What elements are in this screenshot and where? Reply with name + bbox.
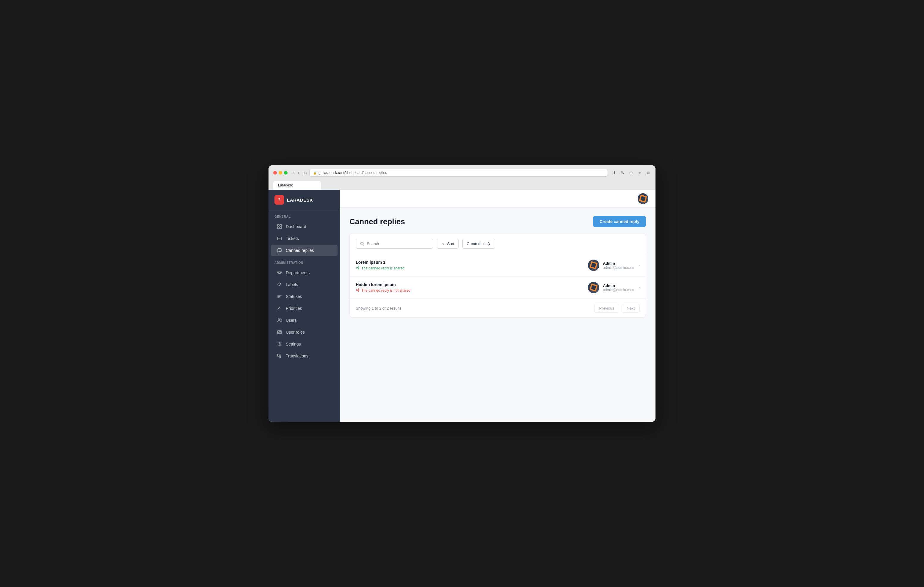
sidebar-item-label: Translations [286, 354, 309, 358]
sidebar-item-label: Departments [286, 270, 310, 275]
sidebar-item-label: Priorities [286, 306, 302, 311]
download-button[interactable]: ⊙ [628, 169, 634, 176]
main-content: Canned replies Create canned reply [340, 190, 655, 422]
lock-icon: 🔒 [313, 171, 317, 174]
sidebar-item-canned-replies[interactable]: Canned replies [271, 245, 338, 256]
sidebar-item-user-roles[interactable]: User roles [271, 327, 338, 338]
sidebar-item-statuses[interactable]: Statuses [271, 291, 338, 302]
priorities-icon [277, 306, 282, 311]
user-roles-icon [277, 329, 282, 335]
showing-text: Showing 1 to 2 of 2 results [356, 306, 401, 311]
statuses-icon [277, 294, 282, 299]
user-name: Admin [603, 261, 634, 266]
svg-point-13 [279, 344, 280, 345]
reply-user: Admin admin@admin.com [588, 260, 634, 271]
home-button[interactable]: ⌂ [304, 170, 307, 176]
user-avatar[interactable] [638, 193, 648, 204]
sidebar-item-translations[interactable]: Translations [271, 350, 338, 362]
sidebar-item-priorities[interactable]: Priorities [271, 303, 338, 314]
avatar-image [588, 260, 599, 271]
chevron-up-down-icon [487, 242, 491, 246]
back-button[interactable]: ‹ [291, 170, 295, 176]
logo-icon: ? [274, 195, 284, 205]
general-section-label: GENERAL [269, 210, 340, 220]
avatar-image [638, 193, 648, 204]
svg-rect-4 [277, 237, 282, 240]
browser-tab[interactable]: Laradesk [273, 181, 321, 190]
user-info: Admin admin@admin.com [603, 261, 634, 270]
search-box[interactable] [356, 239, 433, 248]
reply-user: Admin admin@admin.com [588, 282, 634, 293]
sidebar-item-users[interactable]: Users [271, 315, 338, 326]
svg-rect-3 [280, 227, 282, 229]
close-button[interactable] [273, 171, 277, 174]
sidebar-item-labels[interactable]: Labels [271, 279, 338, 290]
next-button[interactable]: Next [622, 304, 640, 312]
card-toolbar: Sort Created at [350, 233, 646, 254]
create-canned-reply-button[interactable]: Create canned reply [593, 216, 646, 227]
sort-button[interactable]: Sort [437, 239, 459, 248]
avatar-image [588, 282, 599, 293]
sidebar-item-settings[interactable]: Settings [271, 339, 338, 350]
previous-button[interactable]: Previous [594, 304, 619, 312]
svg-point-10 [280, 319, 281, 320]
departments-icon [277, 270, 282, 275]
chevron-right-icon: › [639, 263, 640, 267]
url-text: getlaradesk.com/dashboard/canned-replies [318, 171, 387, 175]
refresh-button[interactable]: ↻ [620, 169, 626, 176]
reply-status: The canned reply is not shared [356, 288, 588, 293]
reply-row[interactable]: Hidden lorem ipsum [350, 276, 646, 299]
copy-button[interactable]: ⧉ [645, 169, 651, 177]
sidebar-item-label: Labels [286, 282, 298, 287]
fullscreen-button[interactable] [284, 171, 287, 174]
svg-point-17 [358, 268, 359, 269]
share-button[interactable]: ⬆ [611, 169, 617, 176]
svg-rect-14 [277, 354, 280, 356]
pagination-row: Showing 1 to 2 of 2 results Previous Nex… [350, 299, 646, 317]
pagination-buttons: Previous Next [594, 304, 640, 312]
forward-button[interactable]: › [297, 170, 301, 176]
sidebar-item-departments[interactable]: Departments [271, 267, 338, 278]
address-bar[interactable]: 🔒 getlaradesk.com/dashboard/canned-repli… [309, 169, 608, 177]
reply-row[interactable]: Lorem ipsum 1 [350, 254, 646, 276]
canned-replies-card: Sort Created at Lorem ipsum 1 [350, 233, 646, 317]
svg-point-12 [278, 332, 279, 333]
minimize-button[interactable] [279, 171, 282, 174]
sidebar-item-label: Statuses [286, 294, 302, 299]
user-email: admin@admin.com [603, 266, 634, 270]
sidebar: ? LARADESK GENERAL Dashboard [269, 190, 340, 422]
tickets-icon [277, 236, 282, 241]
browser-chrome: ‹ › ⌂ 🔒 getlaradesk.com/dashboard/canned… [269, 165, 655, 190]
sidebar-item-tickets[interactable]: Tickets [271, 233, 338, 244]
user-avatar-small [588, 282, 599, 293]
top-bar [340, 190, 655, 207]
sidebar-item-label: Settings [286, 342, 301, 347]
user-info: Admin admin@admin.com [603, 283, 634, 292]
sidebar-item-dashboard[interactable]: Dashboard [271, 221, 338, 232]
sort-label: Sort [447, 242, 454, 246]
settings-icon [277, 341, 282, 347]
svg-point-21 [356, 289, 357, 291]
reply-info: Hidden lorem ipsum [356, 282, 588, 293]
sidebar-item-label: User roles [286, 330, 305, 335]
chevron-right-icon: › [639, 286, 640, 289]
sidebar-item-label: Dashboard [286, 224, 306, 229]
svg-point-16 [358, 266, 359, 267]
new-tab-button[interactable]: ＋ [637, 169, 643, 177]
sort-dropdown[interactable]: Created at [462, 239, 495, 248]
page-title: Canned replies [350, 217, 405, 226]
reply-status: The canned reply is shared [356, 266, 588, 271]
sort-icon [441, 242, 446, 246]
svg-rect-1 [280, 225, 282, 226]
labels-icon [277, 282, 282, 287]
traffic-lights [273, 171, 287, 174]
share-off-icon [356, 288, 360, 293]
reply-name: Hidden lorem ipsum [356, 282, 588, 287]
canned-replies-icon [277, 248, 282, 253]
sort-option-label: Created at [467, 242, 485, 246]
search-input[interactable] [367, 242, 429, 246]
admin-section-label: ADMINISTRATION [269, 257, 340, 267]
browser-window: ‹ › ⌂ 🔒 getlaradesk.com/dashboard/canned… [269, 165, 655, 422]
svg-rect-11 [277, 330, 282, 334]
app-container: ? LARADESK GENERAL Dashboard [269, 190, 655, 422]
